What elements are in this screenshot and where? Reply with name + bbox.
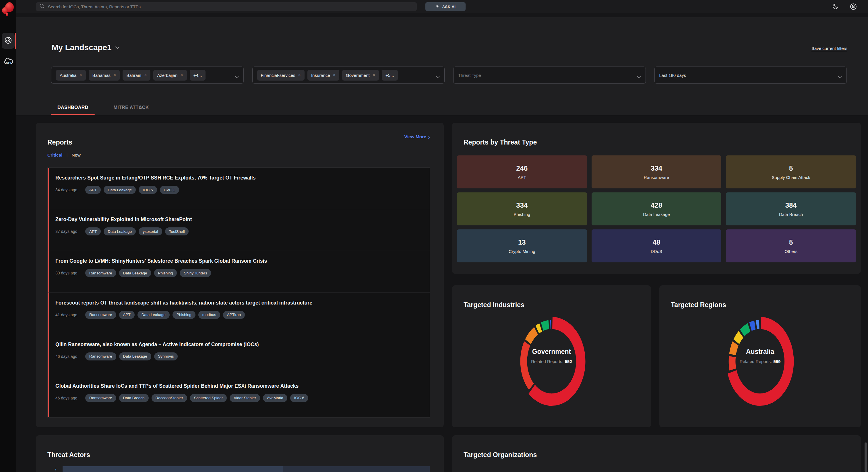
chip-remove-icon[interactable]: × <box>79 72 82 78</box>
tab-mitre-attack[interactable]: MITRE ATT&CK <box>107 105 155 115</box>
brand-logo[interactable] <box>2 2 14 16</box>
filter-more-chip[interactable]: +5... <box>382 70 398 80</box>
report-age: 37 days ago <box>55 229 85 234</box>
chip-remove-icon[interactable]: × <box>373 72 375 78</box>
search-icon <box>39 3 44 10</box>
report-tag-pill: ToolShell <box>165 227 189 235</box>
report-title: Global Authorities Share IoCs and TTPs o… <box>55 383 424 389</box>
filter-chip[interactable]: Azerbaijan× <box>153 70 187 80</box>
reports-title: Reports <box>48 138 72 146</box>
tile-value: 246 <box>516 164 528 172</box>
threat-type-tile[interactable]: 384Data Breach <box>726 193 856 225</box>
targeted-organizations-title: Targeted Organizations <box>464 451 537 459</box>
report-tag-pill: APT <box>119 311 135 319</box>
report-tag-pill: APT <box>85 186 101 194</box>
date-range-filter[interactable]: Last 180 days <box>654 67 847 84</box>
chip-remove-icon[interactable]: × <box>144 72 147 78</box>
report-tag-pill: Data Breach <box>119 394 149 402</box>
filter-chip[interactable]: Government× <box>342 70 379 80</box>
industries-filter[interactable]: Financial-services×Insurance×Government×… <box>252 67 445 84</box>
tile-label: Supply Chain Attack <box>772 175 810 180</box>
report-tag-pill: Ransomware <box>85 269 116 277</box>
theme-toggle-button[interactable] <box>832 3 839 10</box>
locations-chips: Australia×Bahamas×Bahrain×Azerbaijan×+4.… <box>56 70 206 80</box>
report-item[interactable]: From Google to LVMH: ShinyHunters' Sales… <box>48 251 430 293</box>
page-scrollbar-thumb[interactable] <box>865 442 867 472</box>
threat-actor-bar[interactable] <box>63 466 430 472</box>
chip-remove-icon[interactable]: × <box>333 72 336 78</box>
report-tags: RansomwareData LeakageSynnovis <box>85 352 178 361</box>
filter-chip[interactable]: Bahrain× <box>123 70 150 80</box>
report-item[interactable]: Forescout reports OT threat landscape sh… <box>48 293 430 334</box>
chip-label: Financial-services <box>261 73 296 78</box>
threat-type-tile[interactable]: 48DDoS <box>592 229 722 262</box>
report-item[interactable]: Researchers Spot Surge in Erlang/OTP SSH… <box>48 168 430 209</box>
chip-remove-icon[interactable]: × <box>180 72 183 78</box>
threat-type-filter[interactable]: Threat Type <box>453 67 646 84</box>
filter-chip[interactable]: Insurance× <box>307 70 339 80</box>
sidebar-item-api[interactable]: API <box>3 57 14 67</box>
threat-type-tile[interactable]: 5Supply Chain Attack <box>726 156 856 189</box>
report-meta: 34 days agoAPTData LeakageIOC 5CVE 1 <box>55 186 424 194</box>
filter-chip[interactable]: Financial-services× <box>257 70 305 80</box>
report-age: 39 days ago <box>55 271 85 275</box>
tab-dashboard[interactable]: DASHBOARD <box>51 105 95 115</box>
topbar: ASK AI <box>17 0 868 13</box>
threat-type-tile[interactable]: 246APT <box>457 156 587 189</box>
search-input[interactable] <box>48 4 413 9</box>
report-tag-pill: Phishing <box>173 311 195 319</box>
report-meta: 41 days agoRansomwareAPTData LeakagePhis… <box>55 311 424 319</box>
report-meta: 46 days agoRansomwareData LeakageSynnovi… <box>55 352 424 361</box>
locations-filter[interactable]: Australia×Bahamas×Bahrain×Azerbaijan×+4.… <box>51 67 244 84</box>
threat-type-tile[interactable]: 13Crypto Mining <box>457 229 587 262</box>
tile-label: DDoS <box>651 249 662 254</box>
report-tag-pill: CVE 1 <box>160 186 179 194</box>
report-item[interactable]: Zero-Day Vulnerability Exploited In Micr… <box>48 209 430 251</box>
report-tags: APTData LeakageysoserialToolShell <box>85 227 189 235</box>
filter-chip[interactable]: Australia× <box>56 70 86 80</box>
ask-ai-button[interactable]: ASK AI <box>425 2 466 11</box>
threat-type-tile[interactable]: 334Phishing <box>457 193 587 225</box>
report-tag-pill: IOC 5 <box>138 186 157 194</box>
landscape-selector[interactable]: My Landscape1 <box>52 43 120 52</box>
report-tag-pill: ShinyHunters <box>180 269 211 277</box>
threat-actors-chart: ⋮ <box>48 466 430 472</box>
report-tag-pill: ysoserial <box>138 227 162 235</box>
threat-type-tile[interactable]: 334Ransomware <box>592 156 722 189</box>
threat-type-grid: 246APT334Ransomware5Supply Chain Attack3… <box>457 156 856 262</box>
regions-donut-chart[interactable] <box>724 314 796 409</box>
regions-donut-wrap: Australia Related Reports:569 <box>724 314 796 409</box>
report-item[interactable]: Qilin Ransomware, also known as Agenda –… <box>48 334 430 376</box>
global-search[interactable] <box>36 2 417 11</box>
chip-remove-icon[interactable]: × <box>113 72 116 78</box>
filter-more-chip[interactable]: +4... <box>190 70 206 80</box>
profile-button[interactable] <box>849 3 857 10</box>
report-title: Forescout reports OT threat landscape sh… <box>55 300 424 306</box>
view-more-link[interactable]: View More › <box>404 134 430 139</box>
targeted-organizations-card: Targeted Organizations <box>452 435 861 472</box>
tile-value: 48 <box>653 238 660 246</box>
filter-chip[interactable]: Bahamas× <box>89 70 120 80</box>
bar-segment[interactable] <box>283 466 430 472</box>
threat-actors-card: Threat Actors ⋮ <box>36 435 444 472</box>
subtab-critical[interactable]: Critical <box>48 153 63 158</box>
subtab-new[interactable]: New <box>72 153 81 158</box>
report-item[interactable]: Global Authorities Share IoCs and TTPs o… <box>48 376 430 417</box>
sidebar-item-landscape[interactable] <box>2 33 14 49</box>
threat-type-tile[interactable]: 428Data Leakage <box>592 193 722 225</box>
bar-segment[interactable] <box>63 466 283 472</box>
report-tag-pill: Phishing <box>154 269 177 277</box>
chip-label: Government <box>346 73 370 78</box>
tile-label: Data Breach <box>779 212 803 217</box>
chevron-down-icon <box>436 74 440 79</box>
threat-type-placeholder: Threat Type <box>458 73 481 78</box>
chip-remove-icon[interactable]: × <box>298 72 301 78</box>
report-title: From Google to LVMH: ShinyHunters' Sales… <box>55 258 424 264</box>
save-current-filters-link[interactable]: Save current filters <box>811 46 847 51</box>
date-range-value: Last 180 days <box>659 73 686 78</box>
reports-card: Reports View More › Critical | New Resea… <box>36 123 444 427</box>
report-meta: 37 days agoAPTData LeakageysoserialToolS… <box>55 227 424 235</box>
threat-type-tile[interactable]: 5Others <box>726 229 856 262</box>
api-cloud-icon: API <box>3 57 14 67</box>
industries-donut-chart[interactable] <box>516 314 588 409</box>
